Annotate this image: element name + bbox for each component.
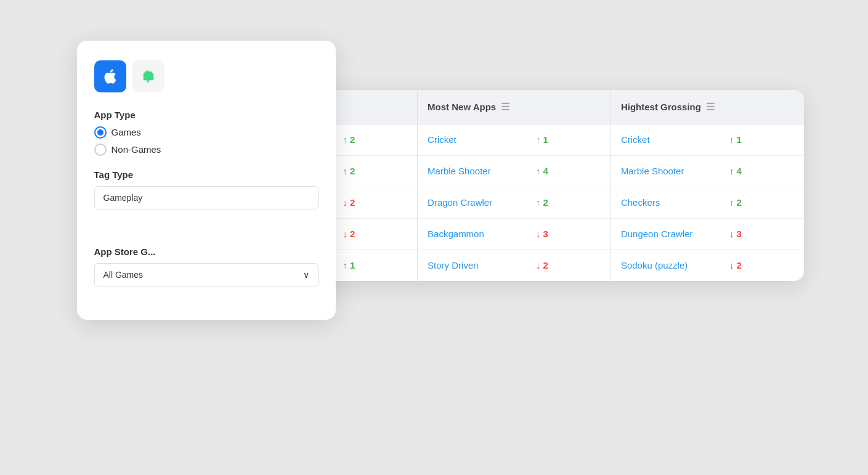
rank-change: 2 xyxy=(536,260,548,270)
app-store-select[interactable]: All Games ∨ xyxy=(94,263,318,286)
change-value: 2 xyxy=(350,197,355,208)
change-value: 2 xyxy=(736,260,741,270)
app-entry-cell: Checkers2 xyxy=(610,187,803,218)
app-name[interactable]: Marble Shooter xyxy=(621,166,720,176)
app-entry-cell: Marble Shooter4 xyxy=(418,155,611,187)
rank-change: 2 xyxy=(729,197,742,208)
rank-change: 3 xyxy=(536,229,548,239)
app-name[interactable]: Checkers xyxy=(621,197,720,208)
change-value: 3 xyxy=(736,229,741,239)
rank-change: 1 xyxy=(343,260,355,270)
up-arrow-icon xyxy=(343,260,348,270)
rank-change: 1 xyxy=(729,134,742,145)
up-arrow-icon xyxy=(536,166,541,176)
app-name[interactable]: Sodoku (puzzle) xyxy=(621,260,720,270)
scene: App Type Games Non-Games Tag Type Gamepl… xyxy=(65,28,804,447)
app-name[interactable]: Dungeon Crawler xyxy=(621,229,720,239)
app-name[interactable]: Marble Shooter xyxy=(428,166,526,176)
change-value: 2 xyxy=(543,260,548,270)
app-entry-cell: Dragon Crawler2 xyxy=(418,187,611,218)
rank-change: 4 xyxy=(729,166,742,176)
tag-type-select[interactable]: Gameplay xyxy=(94,186,318,209)
app-store-section: App Store G... All Games ∨ xyxy=(94,246,318,286)
down-arrow-icon xyxy=(729,260,734,270)
most-new-apps-column-header: Most New Apps ☰ xyxy=(418,90,611,124)
change-value: 2 xyxy=(736,197,741,208)
app-entry-cell: Marble Shooter4 xyxy=(610,155,803,187)
down-arrow-icon xyxy=(343,229,348,239)
app-entry-cell: Cricket1 xyxy=(610,124,803,155)
app-store-label: App Store G... xyxy=(94,246,318,257)
up-arrow-icon xyxy=(343,166,348,176)
change-value: 2 xyxy=(350,134,355,145)
tag-type-label: Tag Type xyxy=(94,169,318,180)
highest-grossing-column-header: Hightest Grossing ☰ xyxy=(610,90,803,124)
up-arrow-icon xyxy=(729,166,734,176)
app-name[interactable]: Cricket xyxy=(428,134,526,145)
tag-type-value: Gameplay xyxy=(103,193,143,203)
change-value: 1 xyxy=(350,260,355,270)
chevron-down-icon: ∨ xyxy=(303,270,309,280)
app-store-value: All Games xyxy=(103,270,144,280)
store-icons xyxy=(94,60,318,92)
up-arrow-icon xyxy=(536,134,541,145)
app-type-section: App Type Games Non-Games xyxy=(94,110,318,156)
games-radio-label: Games xyxy=(112,127,141,137)
up-arrow-icon xyxy=(343,134,348,145)
change-value: 4 xyxy=(543,166,548,176)
android-store-icon[interactable] xyxy=(132,60,164,92)
highest-grossing-filter-icon[interactable]: ☰ xyxy=(706,101,715,113)
games-radio-item[interactable]: Games xyxy=(94,126,318,139)
down-arrow-icon xyxy=(343,197,348,208)
down-arrow-icon xyxy=(729,229,734,239)
change-value: 2 xyxy=(350,229,355,239)
app-name[interactable]: Story Driven xyxy=(428,260,526,270)
change-value: 2 xyxy=(350,166,355,176)
down-arrow-icon xyxy=(536,260,541,270)
rank-change: 2 xyxy=(536,197,548,208)
apple-store-icon[interactable] xyxy=(94,60,126,92)
up-arrow-icon xyxy=(536,197,541,208)
change-value: 1 xyxy=(543,134,548,145)
non-games-radio-label: Non-Games xyxy=(112,144,161,155)
app-name[interactable]: Dragon Crawler xyxy=(428,197,526,208)
rank-change: 2 xyxy=(729,260,742,270)
most-new-apps-filter-icon[interactable]: ☰ xyxy=(501,101,509,113)
app-type-label: App Type xyxy=(94,110,318,120)
change-value: 3 xyxy=(543,229,548,239)
rank-change: 4 xyxy=(536,166,548,176)
down-arrow-icon xyxy=(536,229,541,239)
rank-change: 2 xyxy=(343,134,355,145)
app-name[interactable]: Backgammon xyxy=(428,229,526,239)
tag-type-section: Tag Type Gameplay xyxy=(94,169,318,209)
app-entry-cell: Dungeon Crawler3 xyxy=(610,218,803,250)
app-type-radio-group: Games Non-Games xyxy=(94,126,318,156)
app-entry-cell: Cricket1 xyxy=(418,124,611,155)
non-games-radio-item[interactable]: Non-Games xyxy=(94,144,318,156)
rank-change: 1 xyxy=(536,134,548,145)
app-entry-cell: Story Driven2 xyxy=(418,250,611,281)
app-name[interactable]: Cricket xyxy=(621,134,720,145)
non-games-radio-button[interactable] xyxy=(94,144,107,156)
games-radio-button[interactable] xyxy=(94,126,107,139)
app-entry-cell: Backgammon3 xyxy=(418,218,611,250)
filter-panel: App Type Games Non-Games Tag Type Gamepl… xyxy=(77,41,336,320)
change-value: 1 xyxy=(736,134,741,145)
up-arrow-icon xyxy=(729,134,734,145)
change-value: 2 xyxy=(543,197,548,208)
app-entry-cell: Sodoku (puzzle)2 xyxy=(610,250,803,281)
rank-change: 2 xyxy=(343,229,355,239)
change-value: 4 xyxy=(736,166,741,176)
rank-change: 2 xyxy=(343,166,355,176)
rank-change: 2 xyxy=(343,197,355,208)
rank-change: 3 xyxy=(729,229,742,239)
up-arrow-icon xyxy=(729,197,734,208)
